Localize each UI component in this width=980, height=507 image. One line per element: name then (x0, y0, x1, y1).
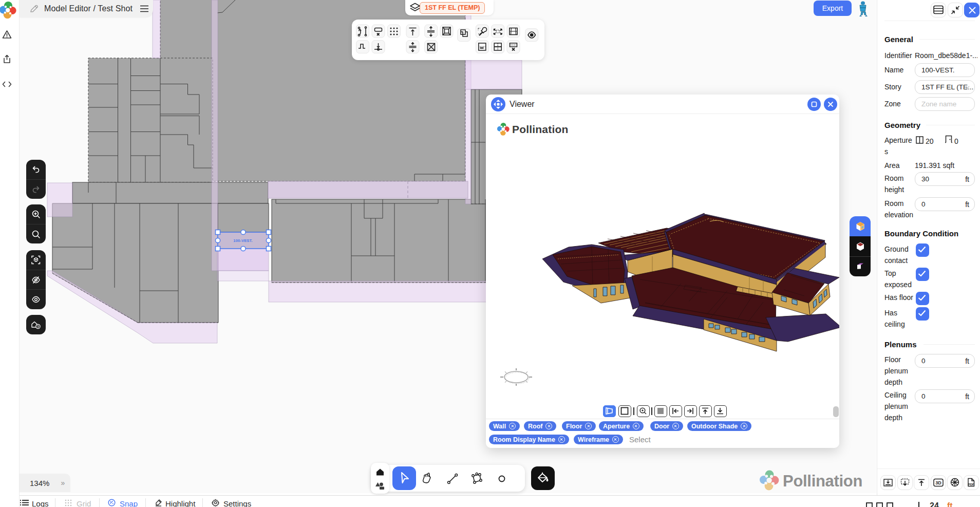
svg-text:3D: 3D (935, 480, 941, 485)
svg-text:100-VEST.: 100-VEST. (233, 238, 252, 243)
svg-text:PDF: PDF (968, 482, 975, 486)
